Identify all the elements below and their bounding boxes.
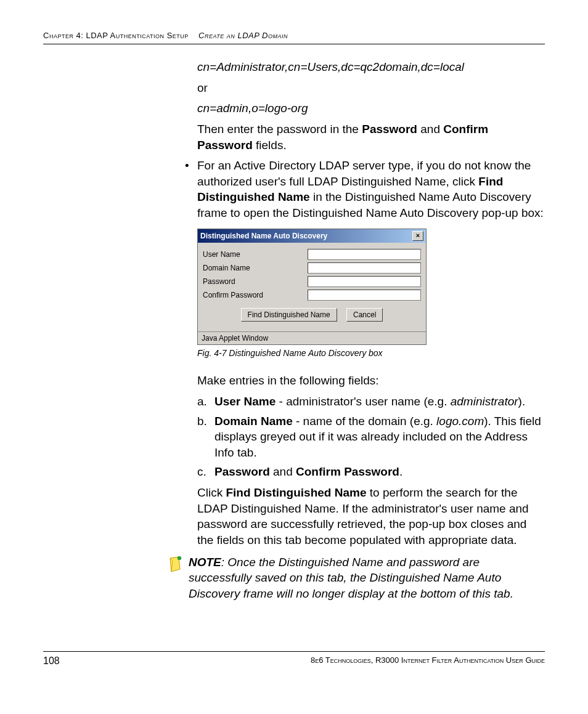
svg-point-0 [178,556,181,560]
list-item-c: c. Password and Confirm Password. [197,464,545,480]
header-section: Create an LDAP Domain [198,31,288,40]
confirm-password-input[interactable] [308,290,421,301]
dn-auto-discovery-dialog: Distinguished Name Auto Discovery × User… [197,229,427,346]
make-entries-text: Make entries in the following fields: [197,373,545,389]
figure-caption: Fig. 4-7 Distinguished Name Auto Discove… [197,347,545,359]
footer-product-line: 8e6 Technologies, R3000 Internet Filter … [60,655,545,667]
dn-example-2: cn=admin,o=logo-org [197,100,545,116]
note-block: NOTE: Once the Distinguished Name and pa… [166,554,545,602]
find-distinguished-name-button[interactable]: Find Distinguished Name [241,308,337,322]
user-name-input[interactable] [308,249,421,260]
or-text: or [197,80,545,96]
click-find-dn-text: Click Find Distinguished Name to perform… [197,485,545,548]
field-list: a. User Name - administrator's user name… [197,394,545,480]
dialog-title-text: Distinguished Name Auto Discovery [200,231,412,241]
label-user-name: User Name [203,249,308,259]
dn-example-1: cn=Administrator,cn=Users,dc=qc2domain,d… [197,59,545,75]
list-item-b: b. Domain Name - name of the domain (e.g… [197,413,545,461]
password-instruction: Then enter the password in the Password … [197,121,545,153]
dialog-status-bar: Java Applet Window [198,331,426,344]
close-icon[interactable]: × [412,231,423,241]
label-domain-name: Domain Name [203,263,308,273]
bullet-find-dn: • For an Active Directory LDAP server ty… [185,158,545,221]
body-content: cn=Administrator,cn=Users,dc=qc2domain,d… [197,59,545,548]
dialog-body: User Name Domain Name Password Confirm P… [198,243,426,331]
page-header: Chapter 4: LDAP Authentication Setup Cre… [43,31,545,44]
password-input[interactable] [308,276,421,287]
cancel-button[interactable]: Cancel [346,308,383,322]
label-confirm-password: Confirm Password [203,290,308,300]
list-item-a: a. User Name - administrator's user name… [197,394,545,410]
note-icon [166,554,189,602]
header-chapter: Chapter 4: LDAP Authentication Setup [43,31,189,40]
page-footer: 108 8e6 Technologies, R3000 Internet Fil… [43,651,545,667]
dialog-titlebar: Distinguished Name Auto Discovery × [198,229,426,243]
label-password: Password [203,277,308,286]
note-text: NOTE: Once the Distinguished Name and pa… [189,554,545,602]
domain-name-input[interactable] [308,262,421,274]
page-number: 108 [43,655,60,667]
